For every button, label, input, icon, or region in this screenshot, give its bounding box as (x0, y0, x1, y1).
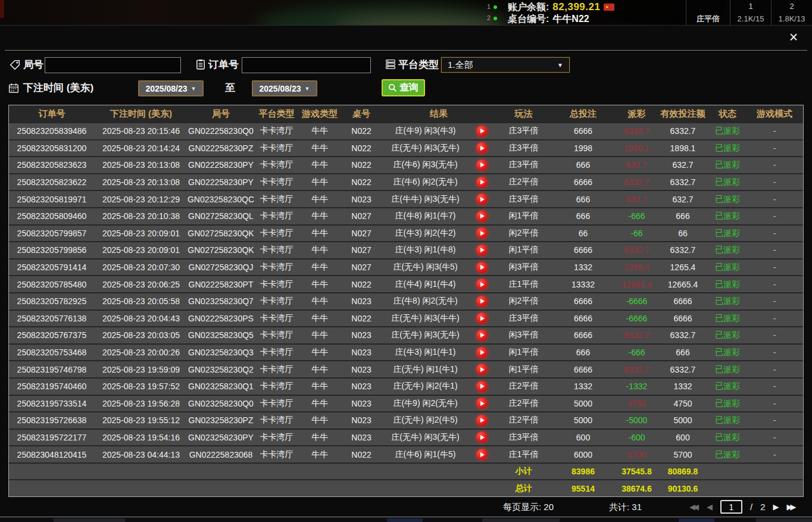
column-header-game-mode: 游戏模式 (748, 105, 801, 122)
cell-bet-time: 2025-08-23 20:14:24 (95, 140, 188, 157)
play-video-icon[interactable] (476, 347, 488, 358)
cell-round: GN022258230Q0 (188, 123, 254, 139)
play-video-icon[interactable] (476, 364, 488, 375)
cell-status: 已派彩 (707, 226, 748, 242)
table-row: 2508231957221772025-08-23 19:54:16GN0232… (9, 429, 803, 446)
cell-status: 已派彩 (707, 379, 748, 395)
cell-order: 250823195746798 (9, 361, 95, 377)
cell-platform: 卡卡湾厅 (254, 430, 299, 446)
play-video-icon[interactable] (476, 296, 488, 307)
cell-table-no: N023 (341, 430, 382, 446)
table-row: 2508230481204152025-08-23 04:44:13GN0222… (9, 445, 803, 462)
cell-play-type: 庄2平倍 (495, 379, 552, 395)
cell-game-type: 牛牛 (299, 446, 341, 462)
cell-game-mode: - (748, 412, 801, 429)
order-number-input[interactable] (242, 57, 371, 73)
cell-game-mode: - (748, 191, 801, 207)
play-video-icon[interactable] (476, 398, 488, 409)
cell-total-bet: 6666 (552, 174, 614, 190)
cell-round: GN023258230Q5 (188, 327, 254, 343)
table-row: 2508232058394862025-08-23 20:15:46GN0222… (9, 122, 803, 139)
cell-table-no: N022 (341, 174, 382, 190)
play-video-icon[interactable] (476, 142, 488, 154)
play-video-icon[interactable] (476, 312, 488, 324)
platform-type-select[interactable]: 1.全部 ▼ (441, 57, 570, 73)
play-video-icon[interactable] (476, 177, 488, 188)
cell-order: 250823195722177 (9, 430, 95, 446)
round-number-input[interactable] (45, 57, 181, 73)
cell-order: 250823205839486 (9, 123, 95, 139)
cell-valid-bet: 632.7 (659, 157, 707, 173)
subtotal-row: 小计8398637545.880869.8 (9, 462, 803, 480)
play-video-icon[interactable] (476, 449, 488, 460)
column-header-play-type: 玩法 (495, 105, 552, 122)
cell-platform: 卡卡湾厅 (254, 327, 299, 343)
cell-round: GN023258230PY (188, 430, 254, 446)
cell-payout: 632.7 (614, 191, 659, 207)
cell-game-mode: - (748, 361, 801, 377)
search-icon (388, 83, 397, 92)
cell-play (469, 327, 495, 343)
cell-total-bet: 5000 (552, 412, 614, 429)
cell-bet-time: 2025-08-23 20:03:05 (95, 327, 188, 343)
cell-total-bet: 666 (552, 345, 614, 361)
date-to-picker[interactable]: 2025/08/23 ▼ (252, 80, 317, 96)
search-button[interactable]: 查询 (382, 79, 425, 96)
table-row: 2508232057854802025-08-23 20:06:25GN0222… (9, 275, 803, 292)
cell-bet-time: 2025-08-23 20:09:01 (95, 226, 188, 242)
odds-corner (686, 0, 730, 12)
first-page-icon[interactable]: ◀◀ (689, 502, 699, 511)
cell-play-type: 庄3平倍 (495, 123, 552, 139)
table-number-label: 桌台编号: (508, 13, 549, 25)
cell-platform: 卡卡湾厅 (254, 311, 299, 327)
balance-label: 账户余额: (508, 1, 549, 13)
cell-total-bet: 1998 (552, 140, 614, 157)
cell-bet-time: 2025-08-23 20:13:08 (95, 157, 188, 173)
chip-rack-background (0, 517, 812, 522)
page-input[interactable] (720, 500, 742, 514)
date-from-picker[interactable]: 2025/08/23 ▼ (138, 80, 204, 96)
cell-bet-time: 2025-08-23 20:04:43 (95, 311, 188, 327)
cell-bet-time: 2025-08-23 20:06:25 (95, 276, 188, 292)
cell-platform: 卡卡湾厅 (254, 123, 299, 139)
cell-play (469, 191, 495, 207)
play-video-icon[interactable] (476, 432, 488, 443)
cell-order: 250823205823623 (9, 157, 95, 173)
date-to-value: 2025/08/23 (260, 84, 301, 93)
cell-result: 庄(牛3) 闲1(牛1) (382, 345, 469, 361)
last-page-icon[interactable]: ▶▶ (787, 502, 797, 511)
cell-play (469, 157, 495, 173)
cell-total-bet: 6666 (552, 311, 614, 327)
play-video-icon[interactable] (476, 193, 488, 205)
cell-result: 庄(无牛) 闲3(牛5) (382, 260, 469, 276)
play-video-icon[interactable] (476, 381, 488, 392)
cell-play (469, 226, 495, 242)
cell-play-type: 庄3平倍 (495, 157, 552, 173)
play-video-icon[interactable] (476, 245, 488, 256)
play-video-icon[interactable] (476, 126, 488, 137)
account-balance: 82,399.21 (552, 1, 600, 13)
prev-page-icon[interactable]: ◀ (707, 502, 713, 511)
play-video-icon[interactable] (476, 262, 488, 273)
date-to-label: 至 (225, 80, 235, 96)
cell-game-type: 牛牛 (299, 379, 341, 395)
cell-status: 已派彩 (707, 345, 748, 361)
cell-platform: 卡卡湾厅 (254, 260, 299, 276)
play-video-icon[interactable] (476, 160, 488, 171)
cell-round: GN022258230PS (188, 311, 254, 327)
cell-valid-bet: 666 (659, 208, 707, 224)
play-video-icon[interactable] (476, 415, 488, 426)
play-video-icon[interactable] (476, 211, 488, 222)
play-video-icon[interactable] (476, 279, 488, 290)
next-page-icon[interactable]: ▶ (773, 502, 779, 511)
cell-valid-bet: 6332.7 (659, 361, 707, 377)
odds-row-label: 庄平倍 (686, 12, 730, 25)
close-icon[interactable]: × (785, 28, 802, 46)
cell-game-mode: - (748, 345, 801, 361)
table-row: 2508232058236222025-08-23 20:13:08GN0222… (9, 173, 803, 190)
play-video-icon[interactable] (476, 227, 488, 239)
play-video-icon[interactable] (476, 330, 488, 341)
cell-game-mode: - (748, 396, 801, 412)
cell-total-bet: 1332 (552, 260, 614, 276)
cell-bet-time: 2025-08-23 19:56:28 (95, 396, 188, 412)
